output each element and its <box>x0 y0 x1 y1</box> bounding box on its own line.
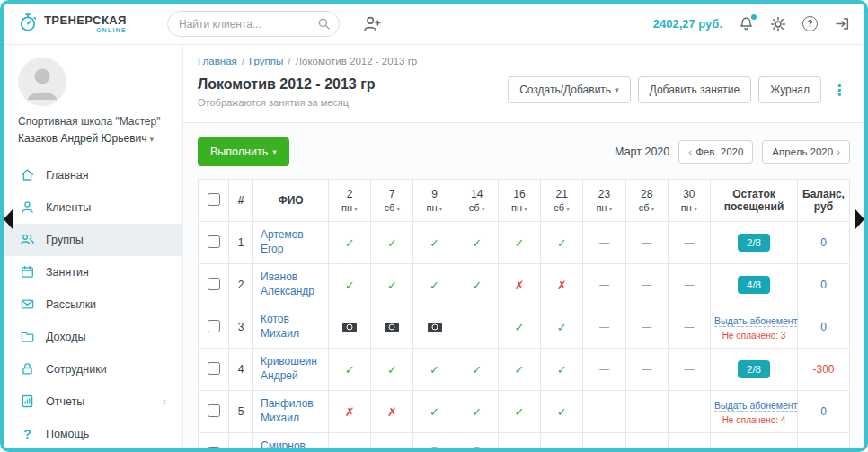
row-checkbox[interactable] <box>208 362 220 375</box>
date-column-header[interactable]: 9 пн▾ <box>413 180 456 222</box>
attendance-cell[interactable]: — <box>625 349 668 391</box>
sidebar-item-help[interactable]: ? Помощь <box>4 418 182 450</box>
chevron-down-icon[interactable]: ▾ <box>482 205 485 213</box>
chevron-down-icon[interactable]: ▾ <box>439 205 443 213</box>
prev-month-button[interactable]: ‹Фев. 2020 <box>678 140 753 164</box>
attendance-cell[interactable]: ✓ <box>541 306 583 349</box>
issue-pass-link[interactable]: Выдать абонемент <box>714 315 797 327</box>
date-column-header[interactable]: 2 пн▾ <box>329 180 371 222</box>
date-column-header[interactable]: 16 пн▾ <box>498 180 540 222</box>
attendance-cell[interactable]: ✓ <box>329 349 371 391</box>
attendance-cell[interactable]: — <box>668 264 710 306</box>
execute-button[interactable]: Выполнить▾ <box>198 137 289 166</box>
more-menu-icon[interactable]: ⋮ <box>828 82 850 99</box>
gear-icon[interactable] <box>770 16 786 32</box>
date-column-header[interactable]: 28 сб▾ <box>625 180 668 222</box>
attendance-cell[interactable]: — <box>668 433 710 449</box>
attendance-cell[interactable]: — <box>625 306 668 349</box>
attendance-cell[interactable]: ✓ <box>498 222 540 264</box>
sidebar-item-mailings[interactable]: Рассылки <box>4 288 182 321</box>
chevron-down-icon[interactable]: ▾ <box>524 205 527 213</box>
avatar[interactable] <box>18 58 66 106</box>
attendance-cell[interactable]: — <box>668 306 710 349</box>
attendance-cell[interactable]: ✓ <box>371 222 413 264</box>
attendance-cell[interactable]: — <box>668 391 710 433</box>
row-checkbox[interactable] <box>208 404 220 417</box>
chevron-down-icon[interactable]: ▾ <box>354 205 358 213</box>
client-name-link[interactable]: Котов Михаил <box>261 313 324 341</box>
attendance-cell[interactable]: ✗ <box>498 264 540 306</box>
attendance-cell[interactable]: — <box>583 391 625 433</box>
attendance-cell[interactable]: — <box>583 264 625 306</box>
client-name-link[interactable]: Смирнов Олег <box>261 439 324 448</box>
issue-pass-link[interactable]: Выдать абонемент <box>714 400 797 412</box>
help-icon[interactable]: ? <box>802 16 818 31</box>
client-name-link[interactable]: Кривошеин Андрей <box>261 355 324 383</box>
attendance-cell[interactable]: ✓ <box>498 349 540 391</box>
chevron-down-icon[interactable]: ▾ <box>608 205 612 213</box>
sidebar-item-lessons[interactable]: Занятия <box>4 256 182 288</box>
attendance-cell[interactable]: ✓ <box>498 306 540 349</box>
attendance-cell[interactable] <box>413 433 456 449</box>
attendance-cell[interactable]: ✓ <box>371 349 413 391</box>
row-checkbox[interactable] <box>208 320 220 332</box>
attendance-cell[interactable]: ✓ <box>498 433 540 449</box>
account-balance[interactable]: 2402,27 руб. <box>653 17 722 31</box>
user-menu[interactable]: Казаков Андрей Юрьевич▾ <box>18 132 168 145</box>
attendance-cell[interactable]: — <box>625 391 668 433</box>
add-lesson-button[interactable]: Добавить занятие <box>638 76 752 103</box>
client-name-link[interactable]: Артемов Егор <box>261 228 324 256</box>
client-name-link[interactable]: Иванов Александр <box>261 270 324 298</box>
attendance-cell[interactable]: — <box>583 306 625 349</box>
logout-icon[interactable] <box>834 16 850 31</box>
breadcrumb-groups[interactable]: Группы <box>249 56 283 66</box>
attendance-cell[interactable]: ✓ <box>329 222 371 264</box>
attendance-cell[interactable]: ✓ <box>371 264 413 306</box>
breadcrumb-home[interactable]: Главная <box>198 56 237 66</box>
attendance-cell[interactable]: ✓ <box>329 433 371 449</box>
scroll-left-arrow[interactable] <box>4 209 13 229</box>
attendance-cell[interactable]: ✗ <box>371 391 413 433</box>
attendance-cell[interactable]: ✓ <box>456 222 498 264</box>
attendance-cell[interactable]: ✓ <box>541 349 583 391</box>
attendance-cell[interactable]: — <box>625 222 668 264</box>
attendance-cell[interactable]: — <box>668 349 710 391</box>
attendance-cell[interactable]: ✓ <box>413 391 456 433</box>
journal-button[interactable]: Журнал <box>758 76 821 103</box>
chevron-down-icon[interactable]: ▾ <box>396 205 400 213</box>
attendance-cell[interactable] <box>413 306 456 349</box>
attendance-cell[interactable]: ✓ <box>413 222 456 264</box>
attendance-cell[interactable]: — <box>583 433 625 449</box>
attendance-cell[interactable]: ✓ <box>371 433 413 449</box>
select-all-checkbox[interactable] <box>208 193 220 206</box>
attendance-cell[interactable]: ✓ <box>541 391 583 433</box>
date-column-header[interactable]: 30 пн▾ <box>668 180 710 222</box>
chevron-down-icon[interactable]: ▾ <box>566 205 570 213</box>
sidebar-item-staff[interactable]: Сотрудники <box>4 353 182 386</box>
attendance-cell[interactable] <box>456 433 498 449</box>
attendance-cell[interactable]: — <box>583 222 625 264</box>
chevron-down-icon[interactable]: ▾ <box>651 205 655 213</box>
attendance-cell[interactable]: ✓ <box>498 391 540 433</box>
app-logo[interactable]: ТРЕНЕРСКАЯ ONLINE <box>18 13 153 36</box>
date-column-header[interactable]: 21 сб▾ <box>541 180 583 222</box>
row-checkbox[interactable] <box>208 235 220 248</box>
attendance-cell[interactable]: — <box>625 264 668 306</box>
date-column-header[interactable]: 7 сб▾ <box>371 180 413 222</box>
attendance-cell[interactable]: ✗ <box>329 391 371 433</box>
attendance-cell[interactable]: ✓ <box>329 264 371 306</box>
date-column-header[interactable]: 23 пн▾ <box>583 180 625 222</box>
attendance-cell[interactable] <box>456 306 498 349</box>
attendance-cell[interactable] <box>329 306 371 349</box>
bell-icon[interactable] <box>739 16 754 32</box>
attendance-cell[interactable]: — <box>583 349 625 391</box>
client-name-link[interactable]: Панфилов Михаил <box>261 397 324 425</box>
row-checkbox[interactable] <box>208 447 220 449</box>
search-input[interactable] <box>167 11 340 37</box>
sidebar-item-income[interactable]: Доходы <box>4 321 182 353</box>
attendance-cell[interactable]: ✗ <box>541 264 583 306</box>
sidebar-item-reports[interactable]: Отчеты ‹ <box>4 386 182 418</box>
scroll-right-arrow[interactable] <box>855 209 864 229</box>
attendance-cell[interactable]: ✓ <box>541 222 583 264</box>
search-icon[interactable] <box>317 17 331 31</box>
